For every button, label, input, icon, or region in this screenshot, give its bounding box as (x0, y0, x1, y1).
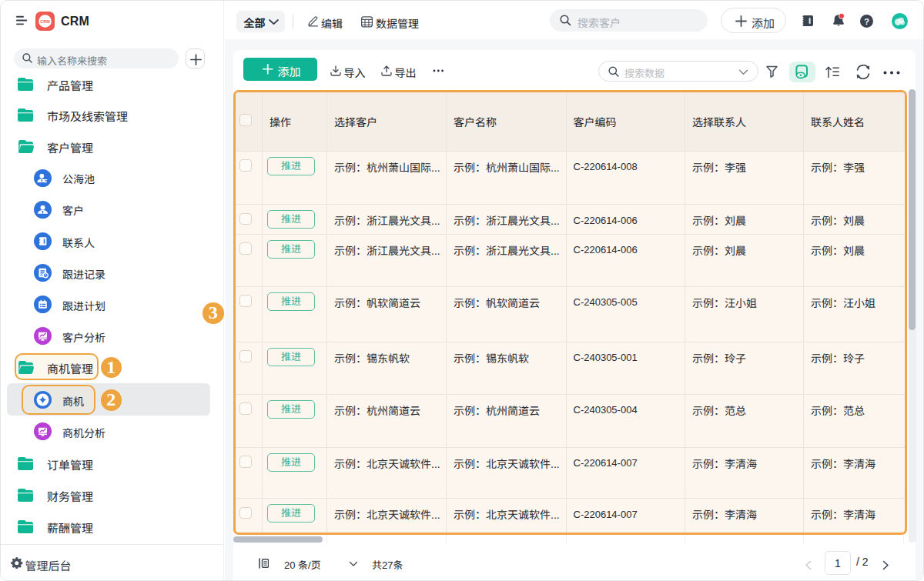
svg-text:CRM: CRM (40, 19, 50, 24)
svg-text:?: ? (864, 17, 869, 26)
